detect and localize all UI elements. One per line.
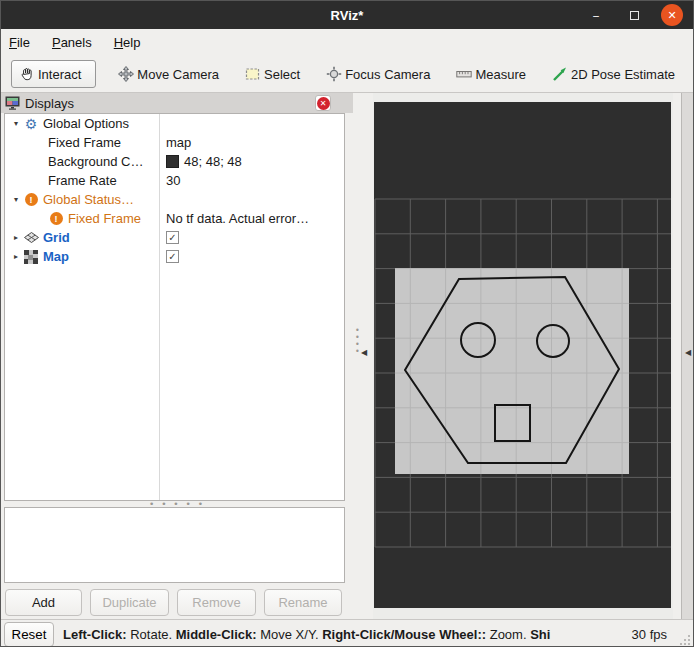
mouse-help-text: Left-Click: Rotate. Middle-Click: Move X… xyxy=(63,627,632,642)
row-global-options-label: Global Options xyxy=(43,116,129,131)
maximize-icon xyxy=(630,11,639,20)
tool-move-camera-label: Move Camera xyxy=(137,67,219,82)
tool-select[interactable]: Select xyxy=(237,62,308,86)
row-frame-rate[interactable]: Frame Rate 30 xyxy=(5,171,344,190)
fixed-frame-value[interactable]: map xyxy=(166,135,191,150)
row-grid-label: Grid xyxy=(43,230,70,245)
remove-button: Remove xyxy=(177,589,256,616)
grid-enabled-checkbox[interactable]: ✓ xyxy=(166,231,179,244)
color-swatch[interactable] xyxy=(166,155,179,168)
tf-error-value: No tf data. Actual error… xyxy=(166,211,309,226)
tool-2d-pose-estimate[interactable]: 2D Pose Estimate xyxy=(544,62,683,86)
collapse-left-icon[interactable]: ◀ xyxy=(361,348,367,357)
row-background-color-label: Background C… xyxy=(5,154,143,169)
tool-interact-label: Interact xyxy=(38,67,81,82)
warning-icon: ! xyxy=(23,192,39,208)
expander-open-icon[interactable]: ▾ xyxy=(9,119,23,128)
displays-buttons: Add Duplicate Remove Rename xyxy=(5,589,342,616)
hand-icon xyxy=(19,66,35,82)
displays-panel-title: Displays xyxy=(25,96,74,111)
menubar: File Panels Help xyxy=(1,29,693,56)
left-splitter[interactable]: • • • • ◀ xyxy=(353,93,373,619)
row-map-label: Map xyxy=(43,249,69,264)
splitter-dots-icon: • • • • xyxy=(355,327,359,355)
row-map[interactable]: ▸ Map ✓ xyxy=(5,247,344,266)
menu-file[interactable]: File xyxy=(9,35,30,50)
rename-button: Rename xyxy=(264,589,342,616)
fps-counter: 30 fps xyxy=(632,627,667,642)
move-arrows-icon xyxy=(118,66,134,82)
row-fixed-frame-status[interactable]: ! Fixed Frame No tf data. Actual error… xyxy=(5,209,344,228)
frame-rate-value[interactable]: 30 xyxy=(166,173,180,188)
menu-help[interactable]: Help xyxy=(114,35,141,50)
render-view-3d[interactable] xyxy=(374,102,671,608)
reset-button[interactable]: Reset xyxy=(4,622,54,647)
warning-icon: ! xyxy=(48,211,64,227)
tree-column-divider[interactable] xyxy=(159,114,160,500)
row-global-status[interactable]: ▾ ! Global Status… xyxy=(5,190,344,209)
panel-splitter-handle[interactable]: • • • • • xyxy=(1,502,353,506)
right-collapsed-panel: ◀ xyxy=(681,93,694,619)
tool-move-camera[interactable]: Move Camera xyxy=(110,62,227,86)
crosshair-icon xyxy=(326,66,342,82)
row-fixed-frame-label: Fixed Frame xyxy=(5,135,121,150)
grid-icon xyxy=(23,230,39,246)
right-panel-strip: ◀ xyxy=(673,93,694,619)
select-box-icon xyxy=(245,66,261,82)
row-fixed-frame[interactable]: Fixed Frame map xyxy=(5,133,344,152)
close-button[interactable]: ✕ xyxy=(661,4,683,26)
tool-focus-camera-label: Focus Camera xyxy=(345,67,430,82)
duplicate-button: Duplicate xyxy=(90,589,169,616)
description-box xyxy=(4,507,345,583)
displays-panel: Displays ✕ ▾ ⚙ Global Options xyxy=(1,93,353,619)
row-grid[interactable]: ▸ Grid ✓ xyxy=(5,228,344,247)
map-enabled-checkbox[interactable]: ✓ xyxy=(166,250,179,263)
menu-panels[interactable]: Panels xyxy=(52,35,92,50)
expander-closed-icon[interactable]: ▸ xyxy=(9,252,23,261)
displays-panel-header: Displays ✕ xyxy=(1,93,353,113)
maximize-button[interactable] xyxy=(623,4,645,26)
viewport-area xyxy=(373,93,673,619)
row-frame-rate-label: Frame Rate xyxy=(5,173,117,188)
displays-monitor-icon xyxy=(5,96,20,110)
rviz-window: RViz* – ✕ File Panels Help Interact xyxy=(0,0,694,647)
map-icon xyxy=(23,249,39,265)
tool-select-label: Select xyxy=(264,67,300,82)
green-arrow-icon xyxy=(552,66,568,82)
tool-interact[interactable]: Interact xyxy=(11,60,96,88)
add-button[interactable]: Add xyxy=(5,589,82,616)
minimize-button[interactable]: – xyxy=(585,4,607,26)
displays-tree: ▾ ⚙ Global Options Fixed Frame map Backg… xyxy=(4,113,345,501)
statusbar: Reset Left-Click: Rotate. Middle-Click: … xyxy=(1,619,693,647)
toolbar: Interact Move Camera Select xyxy=(1,56,693,93)
window-controls: – ✕ xyxy=(585,1,683,29)
titlebar[interactable]: RViz* – ✕ xyxy=(1,1,693,29)
main-area: Displays ✕ ▾ ⚙ Global Options xyxy=(1,93,693,619)
row-background-color[interactable]: Background C… 48; 48; 48 xyxy=(5,152,344,171)
ruler-icon xyxy=(456,66,472,82)
tool-focus-camera[interactable]: Focus Camera xyxy=(318,62,438,86)
background-color-value[interactable]: 48; 48; 48 xyxy=(184,154,242,169)
collapse-right-icon[interactable]: ◀ xyxy=(685,348,691,357)
panel-close-button[interactable]: ✕ xyxy=(315,95,331,111)
panel-close-icon: ✕ xyxy=(317,97,330,110)
expander-closed-icon[interactable]: ▸ xyxy=(9,233,23,242)
tool-measure[interactable]: Measure xyxy=(448,62,534,86)
tool-measure-label: Measure xyxy=(475,67,526,82)
row-global-status-label: Global Status… xyxy=(43,192,134,207)
row-fixed-frame-status-label: Fixed Frame xyxy=(68,211,141,226)
resize-grip[interactable] xyxy=(679,634,691,646)
tool-2d-pose-estimate-label: 2D Pose Estimate xyxy=(571,67,675,82)
row-global-options[interactable]: ▾ ⚙ Global Options xyxy=(5,114,344,133)
gear-icon: ⚙ xyxy=(23,116,39,132)
expander-open-icon[interactable]: ▾ xyxy=(9,195,23,204)
